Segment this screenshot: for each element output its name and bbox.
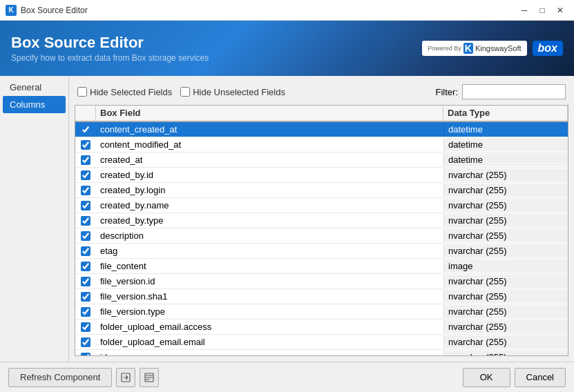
- row-field: file_version.id: [96, 275, 443, 288]
- row-checkbox-cell: [75, 231, 96, 241]
- hide-unselected-label[interactable]: Hide Unselected Fields: [180, 87, 285, 97]
- table-row[interactable]: folder_upload_email.emailnvarchar (255): [75, 335, 568, 350]
- row-field: created_by.type: [96, 214, 443, 227]
- row-field: content_created_at: [96, 123, 443, 136]
- row-type: nvarchar (255): [443, 305, 568, 318]
- table-row[interactable]: created_atdatetime: [75, 153, 568, 168]
- row-field: created_by.id: [96, 168, 443, 182]
- sidebar: General Columns: [0, 76, 69, 362]
- hide-selected-checkbox[interactable]: [77, 87, 87, 97]
- row-type: nvarchar (255): [443, 320, 568, 333]
- table-row[interactable]: created_by.namenvarchar (255): [75, 198, 568, 213]
- row-field: created_by.name: [96, 199, 443, 212]
- bottom-bar: Refresh Component OK Cancel: [0, 362, 574, 392]
- row-field: created_by.login: [96, 184, 443, 197]
- filter-input[interactable]: [462, 84, 566, 99]
- row-checkbox-cell: [75, 292, 96, 302]
- table-row[interactable]: created_by.idnvarchar (255): [75, 168, 568, 183]
- ok-button[interactable]: OK: [463, 368, 510, 387]
- row-checkbox-cell: [75, 353, 96, 356]
- row-checkbox-cell: [75, 140, 96, 150]
- row-checkbox[interactable]: [81, 231, 90, 241]
- row-type: nvarchar (255): [443, 290, 568, 303]
- table-row[interactable]: content_created_atdatetime: [75, 122, 568, 137]
- row-field: etag: [96, 244, 443, 257]
- row-checkbox[interactable]: [81, 125, 90, 135]
- row-field: folder_upload_email.email: [96, 335, 443, 349]
- row-checkbox[interactable]: [81, 353, 90, 356]
- row-type: nvarchar (255): [443, 244, 568, 257]
- close-button[interactable]: ✕: [552, 3, 568, 17]
- row-checkbox-cell: [75, 307, 96, 317]
- sidebar-item-general[interactable]: General: [3, 79, 66, 96]
- content-area: Hide Selected Fields Hide Unselected Fie…: [69, 76, 574, 362]
- row-type: image: [443, 259, 568, 273]
- row-checkbox-cell: [75, 277, 96, 286]
- table-row[interactable]: etagnvarchar (255): [75, 244, 568, 259]
- row-checkbox[interactable]: [81, 186, 90, 195]
- row-checkbox-cell: [75, 155, 96, 165]
- th-type: Data Type: [443, 106, 568, 121]
- field-table: Box Field Data Type content_created_atda…: [75, 105, 568, 356]
- row-type: nvarchar (255): [443, 214, 568, 227]
- powered-by-text: Powered By: [428, 45, 461, 52]
- row-type: nvarchar (255): [443, 184, 568, 197]
- row-checkbox-cell: [75, 262, 96, 271]
- icon-button-2[interactable]: [140, 368, 159, 387]
- table-row[interactable]: file_version.idnvarchar (255): [75, 274, 568, 289]
- row-checkbox[interactable]: [81, 292, 90, 302]
- row-checkbox-cell: [75, 201, 96, 210]
- row-field: folder_upload_email.access: [96, 320, 443, 333]
- table-row[interactable]: descriptionnvarchar (255): [75, 228, 568, 244]
- table-row[interactable]: file_contentimage: [75, 259, 568, 274]
- row-checkbox-cell: [75, 186, 96, 195]
- row-field: content_modified_at: [96, 138, 443, 151]
- table-row[interactable]: file_version.sha1nvarchar (255): [75, 289, 568, 304]
- row-checkbox[interactable]: [81, 322, 90, 332]
- ks-brand-text: KingswaySoft: [475, 44, 522, 52]
- row-checkbox-cell: [75, 246, 96, 256]
- row-checkbox[interactable]: [81, 277, 90, 286]
- row-checkbox[interactable]: [81, 307, 90, 317]
- sidebar-item-columns[interactable]: Columns: [3, 96, 66, 113]
- row-type: datetime: [443, 138, 568, 151]
- row-checkbox[interactable]: [81, 262, 90, 271]
- toolbar: Hide Selected Fields Hide Unselected Fie…: [75, 81, 568, 105]
- maximize-button[interactable]: □: [534, 3, 551, 17]
- row-checkbox[interactable]: [81, 140, 90, 150]
- hide-selected-label[interactable]: Hide Selected Fields: [77, 87, 172, 97]
- hide-unselected-checkbox[interactable]: [180, 87, 190, 97]
- row-checkbox[interactable]: [81, 216, 90, 226]
- row-checkbox[interactable]: [81, 170, 90, 180]
- table-body: content_created_atdatetimecontent_modifi…: [75, 122, 568, 355]
- icon-button-1[interactable]: [116, 368, 135, 387]
- table-row[interactable]: idnvarchar (255): [75, 350, 568, 355]
- row-checkbox[interactable]: [81, 337, 90, 347]
- row-checkbox-cell: [75, 337, 96, 347]
- row-type: datetime: [443, 123, 568, 136]
- table-row[interactable]: file_version.typenvarchar (255): [75, 304, 568, 320]
- row-field: id: [96, 351, 443, 355]
- row-checkbox[interactable]: [81, 201, 90, 210]
- table-row[interactable]: content_modified_atdatetime: [75, 137, 568, 153]
- kingswaysoft-logo: Powered By K KingswaySoft: [422, 41, 526, 56]
- row-checkbox-cell: [75, 322, 96, 332]
- refresh-button[interactable]: Refresh Component: [8, 368, 112, 387]
- table-row[interactable]: created_by.loginnvarchar (255): [75, 183, 568, 198]
- row-field: file_content: [96, 259, 443, 273]
- title-bar-controls: ─ □ ✕: [516, 3, 568, 17]
- table-row[interactable]: created_by.typenvarchar (255): [75, 213, 568, 228]
- main-content: General Columns Hide Selected Fields Hid…: [0, 76, 574, 362]
- row-field: description: [96, 229, 443, 242]
- title-bar: K Box Source Editor ─ □ ✕: [0, 0, 574, 21]
- app-icon: K: [6, 5, 17, 16]
- table-row[interactable]: folder_upload_email.accessnvarchar (255): [75, 320, 568, 335]
- row-checkbox[interactable]: [81, 246, 90, 256]
- th-checkbox: [75, 106, 96, 121]
- row-type: nvarchar (255): [443, 335, 568, 349]
- row-checkbox[interactable]: [81, 155, 90, 165]
- cancel-button[interactable]: Cancel: [515, 368, 566, 387]
- minimize-button[interactable]: ─: [516, 3, 533, 17]
- row-checkbox-cell: [75, 170, 96, 180]
- row-field: file_version.sha1: [96, 290, 443, 303]
